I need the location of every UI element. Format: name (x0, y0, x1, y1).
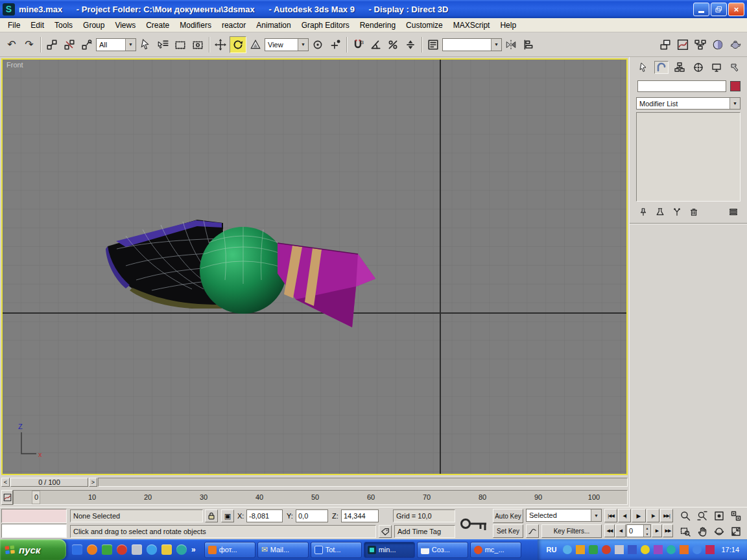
goto-start-button[interactable]: |◀◀ (604, 509, 617, 522)
align-button[interactable] (520, 36, 537, 53)
step-back-button[interactable]: ◀◀ (604, 524, 615, 537)
remove-modifier-button[interactable] (687, 205, 701, 218)
coord-z-field[interactable]: 14,344 (341, 509, 379, 522)
start-button[interactable]: пуск (0, 539, 66, 560)
tray-icon[interactable] (641, 545, 650, 554)
task-button-photo[interactable]: фот... (204, 542, 255, 558)
coord-x-field[interactable]: -8,081 (246, 509, 283, 522)
schematic-view-button[interactable] (692, 36, 709, 53)
menu-customize[interactable]: Customize (401, 19, 448, 32)
quicklaunch-icon[interactable] (117, 544, 127, 555)
auto-key-button[interactable]: Auto Key (493, 509, 523, 523)
viewport-canvas[interactable]: Z x (3, 60, 626, 474)
next-frame-button[interactable]: |▶ (646, 509, 659, 522)
pan-button[interactable] (694, 524, 711, 539)
previous-frame-button[interactable]: ◀| (618, 509, 631, 522)
task-button-total-commander[interactable]: Tot... (311, 542, 362, 558)
pin-stack-button[interactable] (636, 205, 650, 218)
modifier-stack[interactable] (636, 112, 741, 202)
tray-icon[interactable] (602, 545, 611, 554)
maxscript-mini-listener-white[interactable] (1, 524, 67, 538)
menu-rendering[interactable]: Rendering (355, 19, 401, 32)
maxscript-mini-listener-pink[interactable] (1, 509, 67, 523)
quicklaunch-icon[interactable] (102, 544, 112, 555)
track-bar-ruler[interactable]: 0 10 20 30 40 50 60 70 80 90 100 (13, 490, 628, 505)
quicklaunch-icon[interactable] (132, 544, 142, 555)
selection-filter-dropdown[interactable]: All▼ (96, 38, 136, 51)
menu-modifiers[interactable]: Modifiers (174, 19, 217, 32)
absolute-offset-toggle-button[interactable]: ▣ (221, 509, 234, 522)
modifier-list-dropdown[interactable]: Modifier List ▼ (636, 97, 741, 110)
layer-manager-button[interactable] (657, 36, 674, 53)
spinner-snap-button[interactable] (402, 36, 419, 53)
menu-file[interactable]: File (3, 19, 25, 32)
viewport-front[interactable]: Z x Front (1, 58, 628, 475)
zoom-extents-button[interactable] (711, 508, 728, 524)
step-prev-button[interactable]: ◀ (615, 524, 626, 537)
menu-group[interactable]: Group (78, 19, 110, 32)
menu-tools[interactable]: Tools (49, 19, 78, 32)
viewport-label[interactable]: Front (6, 61, 23, 69)
select-and-move-button[interactable] (212, 36, 229, 53)
named-sets-dropdown[interactable]: ▼ (442, 38, 502, 51)
tab-hierarchy[interactable] (673, 61, 687, 74)
step-end-button[interactable]: ▶▶ (663, 524, 673, 537)
object-name-input[interactable] (637, 80, 726, 92)
material-editor-button[interactable] (709, 36, 726, 53)
set-key-button[interactable]: Set Key (493, 524, 523, 538)
task-button-mc[interactable]: mc_... (470, 542, 521, 558)
select-object-button[interactable] (137, 36, 154, 53)
close-button[interactable]: × (728, 3, 744, 16)
tray-icon[interactable] (667, 545, 676, 554)
select-by-name-button[interactable] (154, 36, 171, 53)
time-slider-thumb[interactable]: 0 / 100 (10, 478, 88, 487)
tray-icon[interactable] (680, 545, 689, 554)
snaps-toggle-button[interactable]: 3 (350, 36, 366, 53)
menu-reactor[interactable]: reactor (217, 19, 251, 32)
spin-up-icon[interactable]: ▲ (644, 525, 650, 531)
tray-icon[interactable] (628, 545, 637, 554)
tray-icon[interactable] (693, 545, 702, 554)
rectangular-selection-button[interactable] (172, 36, 189, 53)
task-button-mail[interactable]: ✉Mail... (257, 542, 309, 558)
object-color-swatch[interactable] (730, 81, 741, 91)
use-pivot-center-button[interactable] (309, 36, 326, 53)
tab-utilities[interactable] (728, 61, 742, 74)
bind-to-spacewarp-button[interactable] (78, 36, 95, 53)
tab-display[interactable] (709, 61, 723, 74)
percent-snap-button[interactable] (385, 36, 401, 53)
coord-y-field[interactable]: 0,0 (296, 509, 328, 522)
time-slider-next-button[interactable]: > (89, 478, 97, 487)
current-frame-field[interactable]: 0▲▼ (626, 524, 651, 537)
goto-end-button[interactable]: ▶▶| (660, 509, 673, 522)
undo-button[interactable]: ↶ (3, 36, 20, 53)
arc-rotate-button[interactable] (711, 524, 728, 539)
selection-lock-button[interactable] (205, 509, 218, 522)
tray-icon[interactable] (615, 545, 624, 554)
task-button-document[interactable]: Соз... (417, 542, 468, 558)
zoom-button[interactable] (677, 508, 694, 524)
angle-snap-button[interactable] (367, 36, 384, 53)
quicklaunch-icon[interactable] (176, 544, 187, 555)
add-time-tag-field[interactable]: Add Time Tag (394, 525, 455, 538)
tray-icon[interactable] (706, 545, 715, 554)
reference-coordsys-dropdown[interactable]: View▼ (265, 38, 309, 51)
curve-editor-button[interactable] (674, 36, 691, 53)
tab-modify[interactable] (654, 61, 668, 74)
menu-views[interactable]: Views (110, 19, 141, 32)
task-button-3dsmax[interactable]: min... (364, 542, 415, 558)
time-slider-track[interactable] (98, 478, 628, 487)
quicklaunch-icon[interactable] (87, 544, 97, 555)
quick-launch-overflow-chevron[interactable]: » (191, 545, 196, 554)
mirror-button[interactable] (503, 36, 519, 53)
make-unique-button[interactable] (670, 205, 684, 218)
select-and-scale-button[interactable] (247, 36, 264, 53)
step-next-button[interactable]: ▶ (652, 524, 662, 537)
tab-motion[interactable] (691, 61, 705, 74)
menu-create[interactable]: Create (141, 19, 174, 32)
zoom-extents-all-button[interactable] (728, 508, 744, 524)
key-mode-dropdown[interactable]: Selected▼ (526, 509, 602, 522)
zoom-region-button[interactable] (677, 524, 694, 539)
time-tag-button[interactable] (379, 525, 392, 538)
tray-icon[interactable] (576, 545, 585, 554)
